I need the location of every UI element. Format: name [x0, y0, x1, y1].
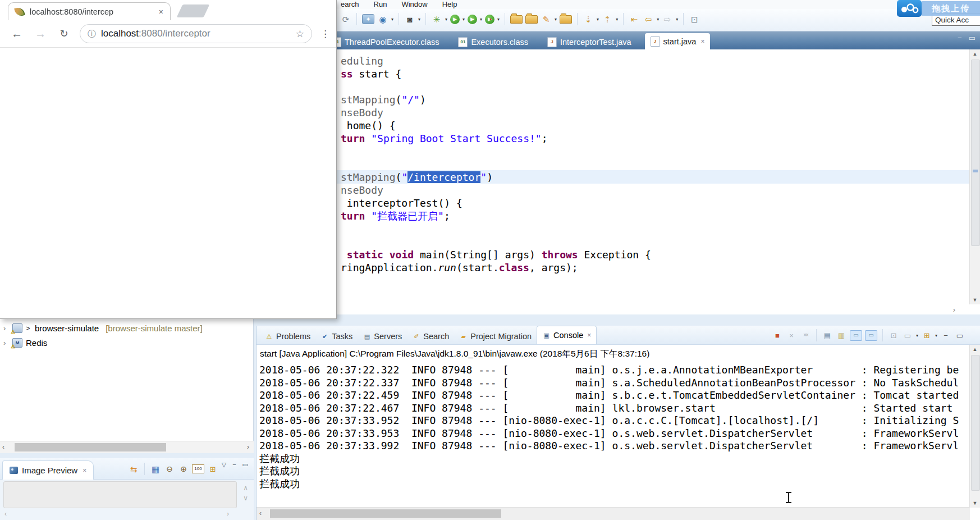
- image-preview-canvas[interactable]: [3, 481, 237, 508]
- code-area[interactable]: edulingss start {stMapping("/")nseBody h…: [341, 54, 651, 274]
- minimize-icon[interactable]: −: [958, 34, 962, 42]
- zoom-out-icon[interactable]: ⊖: [164, 463, 175, 475]
- scrollbar-thumb[interactable]: [971, 355, 980, 491]
- scroll-down-icon[interactable]: ∨: [243, 494, 248, 502]
- back-icon[interactable]: ←: [10, 28, 24, 40]
- tab-console-active[interactable]: ▣ Console ×: [537, 326, 597, 344]
- open-browser-icon[interactable]: ◉: [377, 13, 388, 25]
- scroll-up-icon[interactable]: ▲: [970, 345, 980, 354]
- edit-image-icon[interactable]: ▦: [150, 463, 161, 475]
- tab-project-migration[interactable]: ▰ Project Migration: [454, 329, 537, 344]
- debug-icon[interactable]: ✳: [431, 13, 442, 25]
- console-horizontal-scrollbar[interactable]: ‹: [257, 507, 970, 520]
- reload-icon[interactable]: ↻: [57, 28, 71, 40]
- scroll-left-icon[interactable]: ‹: [4, 510, 7, 518]
- terminate-icon[interactable]: ■: [772, 330, 783, 341]
- pin-console-icon[interactable]: ⊡: [888, 330, 899, 341]
- last-edit-location-icon[interactable]: ⇤: [629, 13, 640, 25]
- tab-servers[interactable]: ▤ Servers: [358, 329, 407, 344]
- show-stderr-icon[interactable]: ▭: [865, 330, 877, 341]
- tab-image-preview[interactable]: Image Preview ×: [2, 460, 94, 480]
- console-vertical-scrollbar[interactable]: ▲ ▼: [969, 345, 980, 508]
- address-bar[interactable]: ⓘ localhost:8080/interceptor ☆: [80, 24, 312, 43]
- explorer-item-browser-simulate[interactable]: › ⚠ > browser-simulate [browser-simulate…: [0, 321, 253, 335]
- tab-problems[interactable]: ⚠ Problems: [260, 329, 315, 344]
- forward-edit-icon[interactable]: ⇨: [662, 13, 673, 25]
- scroll-right-icon[interactable]: ›: [247, 443, 249, 451]
- scroll-up-icon[interactable]: ∧: [243, 484, 248, 492]
- display-console-icon-dropdown[interactable]: ▾: [916, 333, 918, 338]
- zoom-100-icon[interactable]: 100: [192, 464, 204, 473]
- run-icon[interactable]: ▶: [450, 15, 460, 24]
- pin-editor-icon[interactable]: ⊡: [689, 13, 700, 25]
- scroll-down-icon[interactable]: ▼: [970, 499, 980, 508]
- open-resource-icon[interactable]: [525, 15, 538, 24]
- scrollbar-thumb[interactable]: [971, 60, 980, 246]
- next-annotation-icon[interactable]: ⇣: [583, 13, 594, 25]
- forward-edit-icon-dropdown[interactable]: ▾: [676, 17, 678, 22]
- coverage-icon[interactable]: ▶: [485, 15, 494, 24]
- refresh-icon[interactable]: ⟳: [340, 13, 351, 25]
- debug-icon-dropdown[interactable]: ▾: [445, 17, 447, 22]
- explorer-horizontal-scrollbar[interactable]: ‹ ›: [0, 441, 254, 453]
- scroll-left-icon[interactable]: ‹: [259, 509, 262, 517]
- tab-search[interactable]: ✐ Search: [407, 329, 454, 344]
- scroll-right-icon[interactable]: ›: [227, 510, 229, 518]
- view-menu-icon[interactable]: ▽: [222, 461, 226, 468]
- editor-tab-threadpoolexecutor[interactable]: 01 ThreadPoolExecutor.class: [326, 34, 445, 49]
- coverage-icon-dropdown[interactable]: ▾: [497, 17, 500, 22]
- close-icon[interactable]: ×: [159, 7, 163, 16]
- open-console-icon-dropdown[interactable]: ▾: [935, 333, 937, 338]
- menu-search[interactable]: earch: [341, 0, 359, 8]
- scrollbar-thumb[interactable]: [270, 509, 501, 518]
- bookmark-star-icon[interactable]: ☆: [296, 28, 304, 40]
- scroll-up-icon[interactable]: ▲: [970, 49, 980, 58]
- remove-launch-icon[interactable]: ×: [786, 330, 797, 341]
- editor-tab-interceptortest[interactable]: J InterceptorTest.java: [542, 34, 637, 49]
- new-tab-button[interactable]: [177, 4, 210, 17]
- minimize-view-icon[interactable]: −: [940, 330, 951, 341]
- scroll-down-icon[interactable]: ▼: [970, 295, 980, 304]
- open-type-icon[interactable]: [510, 15, 523, 24]
- run-icon-dropdown[interactable]: ▾: [462, 17, 465, 22]
- close-icon[interactable]: ×: [700, 38, 704, 45]
- scroll-left-icon[interactable]: ‹: [2, 443, 4, 451]
- back-edit-icon-dropdown[interactable]: ▾: [657, 17, 659, 22]
- chevron-right-icon[interactable]: ›: [3, 324, 9, 332]
- info-icon[interactable]: ⓘ: [88, 29, 96, 39]
- next-annotation-icon-dropdown[interactable]: ▾: [597, 17, 599, 22]
- show-stdout-icon[interactable]: ▭: [850, 330, 862, 341]
- open-console-icon[interactable]: ⊞: [921, 330, 932, 341]
- minimize-icon[interactable]: −: [232, 461, 236, 468]
- forward-icon[interactable]: →: [34, 28, 47, 40]
- editor-vertical-scrollbar[interactable]: ▲ ▼: [969, 49, 980, 304]
- fit-window-icon[interactable]: ⊞: [207, 463, 218, 475]
- browser-menu-icon[interactable]: ⋮: [320, 28, 330, 40]
- baidu-cloud-icon[interactable]: [897, 0, 922, 17]
- close-icon[interactable]: ×: [587, 331, 591, 339]
- run-history-icon[interactable]: ▶: [468, 15, 477, 24]
- previous-annotation-icon[interactable]: ⇡: [602, 13, 613, 25]
- browser-window[interactable]: localhost:8080/intercep × ← → ↻ ⓘ localh…: [0, 0, 337, 319]
- close-icon[interactable]: ×: [83, 467, 86, 475]
- new-wizard-icon[interactable]: ✦: [362, 14, 374, 24]
- browser-page-content[interactable]: [0, 48, 336, 318]
- back-edit-icon[interactable]: ⇦: [643, 13, 654, 25]
- chevron-right-icon[interactable]: ›: [3, 339, 9, 347]
- screenshot-icon-dropdown[interactable]: ▾: [418, 17, 420, 22]
- highlight-icon[interactable]: ✎: [541, 13, 552, 25]
- menu-window[interactable]: Window: [401, 0, 427, 8]
- scroll-lock-icon[interactable]: ▥: [836, 330, 847, 341]
- tab-tasks[interactable]: ✔ Tasks: [315, 329, 358, 344]
- display-console-icon[interactable]: ▭: [902, 330, 913, 341]
- maximize-icon[interactable]: ▭: [242, 461, 248, 468]
- clear-console-icon[interactable]: ▤: [822, 330, 833, 341]
- baidu-upload-overlay[interactable]: 拖拽上传: [897, 0, 980, 17]
- editor-tab-start-active[interactable]: J start.java ×: [645, 33, 711, 49]
- scrollbar-thumb[interactable]: [15, 443, 166, 451]
- maximize-icon[interactable]: ▭: [969, 34, 976, 42]
- swap-image-icon[interactable]: ⇆: [128, 463, 139, 475]
- highlight-icon-dropdown[interactable]: ▾: [555, 17, 557, 22]
- zoom-in-icon[interactable]: ⊕: [178, 463, 189, 475]
- explorer-item-redis[interactable]: › M⚠ Redis: [0, 336, 253, 349]
